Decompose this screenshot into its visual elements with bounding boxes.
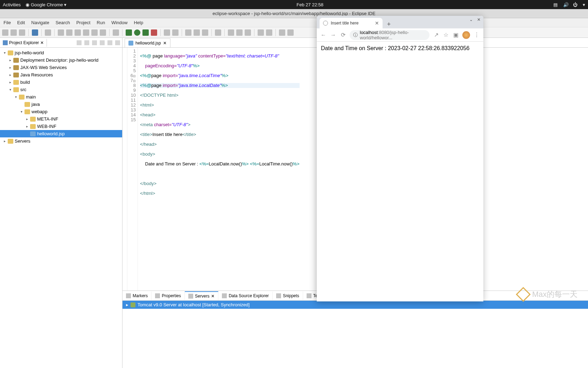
reload-button[interactable]: ⟳ — [340, 32, 346, 38]
redo-icon[interactable] — [287, 29, 294, 36]
browser-icon[interactable] — [172, 29, 178, 36]
tree-src[interactable]: ▾src — [0, 86, 122, 93]
chevron-down-icon[interactable]: ⌄ — [469, 17, 473, 22]
max-icon[interactable] — [115, 40, 120, 45]
close-icon[interactable]: ✕ — [375, 20, 379, 26]
tree-metainf[interactable]: ▸META-INF — [0, 115, 122, 123]
pause-icon[interactable] — [66, 29, 72, 36]
deploy-icon — [13, 58, 19, 63]
gnome-top-bar: Activities ◉ Google Chrome ▾ Feb 27 22:5… — [0, 0, 588, 9]
stepover-icon[interactable] — [91, 29, 98, 36]
runon-icon[interactable] — [151, 29, 157, 36]
tree-java[interactable]: java — [0, 101, 122, 108]
tree-webapp[interactable]: ▾webapp — [0, 108, 122, 115]
tree-webinf[interactable]: ▸WEB-INF — [0, 123, 122, 130]
tree-helloworld-jsp[interactable]: helloworld.jsp — [0, 130, 122, 137]
menu-file[interactable]: File — [4, 20, 11, 25]
chrome-tab[interactable]: Insert title here ✕ — [320, 18, 383, 28]
activities-button[interactable]: Activities — [3, 2, 21, 7]
menu-edit[interactable]: Edit — [17, 20, 25, 25]
tree-deploy-desc[interactable]: ▸Deployment Descriptor: jsp-hello-world — [0, 56, 122, 64]
coverage-icon[interactable] — [142, 29, 149, 36]
misc2-icon[interactable] — [245, 29, 251, 36]
bookmark-icon[interactable]: ☆ — [443, 32, 449, 38]
close-icon[interactable]: ✕ — [211, 294, 215, 299]
build-icon[interactable] — [113, 29, 119, 36]
server-row-tomcat[interactable]: ▸ Tomcat v9.0 Server at localhost [Start… — [122, 301, 588, 309]
forward-button[interactable]: → — [330, 32, 336, 38]
project-explorer-tab[interactable]: Project Explorer ✕ — [0, 39, 47, 47]
jaxws-icon — [13, 65, 19, 70]
tree-servers[interactable]: ▸Servers — [0, 137, 122, 145]
globe-icon[interactable] — [215, 29, 221, 36]
tree-main[interactable]: ▾main — [0, 93, 122, 101]
clock[interactable]: Feb 27 22:58 — [66, 2, 553, 7]
tree-java-resources[interactable]: ▸Java Resources — [0, 71, 122, 79]
share-icon[interactable]: ↗ — [433, 32, 439, 38]
newpkg-icon[interactable] — [185, 29, 191, 36]
url-bar[interactable]: ⓘ localhost:8080/jsp-hello-world/hellowo… — [350, 30, 429, 40]
link-icon[interactable] — [84, 40, 89, 45]
newclass-icon[interactable] — [194, 29, 200, 36]
stepout-icon[interactable] — [100, 29, 106, 36]
code-content[interactable]: <%@ page language="java" contentType="te… — [138, 48, 302, 291]
misc1-icon[interactable] — [236, 29, 243, 36]
undo-icon[interactable] — [279, 29, 285, 36]
markers-icon — [126, 293, 131, 298]
menu-window[interactable]: Window — [111, 20, 127, 25]
network-icon[interactable]: ▤ — [553, 2, 558, 7]
close-icon[interactable]: ✕ — [163, 41, 167, 46]
volume-icon[interactable]: 🔊 — [563, 2, 568, 7]
power-icon[interactable]: ⏻ — [573, 2, 578, 7]
collapse-icon[interactable] — [77, 40, 82, 45]
menu-icon[interactable]: ⋮ — [474, 32, 480, 38]
project-tree[interactable]: ▾jsp-hello-world ▸Deployment Descriptor:… — [0, 48, 122, 368]
wand-icon[interactable] — [202, 29, 208, 36]
toggle-icon[interactable] — [32, 29, 38, 36]
saveall-icon[interactable] — [19, 29, 25, 36]
tab-datasource[interactable]: Data Source Explorer — [218, 292, 273, 300]
debug-run-icon[interactable] — [126, 29, 132, 36]
save-icon[interactable] — [10, 29, 17, 36]
refresh-icon[interactable] — [228, 29, 234, 36]
resume-icon[interactable] — [58, 29, 64, 36]
step-icon[interactable] — [83, 29, 89, 36]
new-icon[interactable] — [2, 29, 8, 36]
menu-search[interactable]: Search — [56, 20, 70, 25]
profile-avatar[interactable] — [462, 31, 470, 39]
close-icon[interactable]: ✕ — [40, 40, 44, 45]
run-icon[interactable] — [134, 29, 140, 36]
fwd-icon[interactable] — [266, 29, 272, 36]
menu-project[interactable]: Project — [76, 20, 90, 25]
viewmenu-icon[interactable] — [100, 40, 105, 45]
menu-navigate[interactable]: Navigate — [31, 20, 49, 25]
new-tab-button[interactable]: + — [385, 20, 393, 28]
tree-build[interactable]: ▸build — [0, 79, 122, 86]
tab-snippets[interactable]: Snippets — [273, 292, 303, 300]
tab-servers[interactable]: Servers ✕ — [185, 291, 218, 300]
editor-tab-helloworld[interactable]: helloworld.jsp ✕ — [125, 39, 170, 47]
terminal-icon — [307, 293, 312, 298]
chevron-right-icon: ▸ — [126, 302, 128, 307]
tab-properties[interactable]: Properties — [152, 292, 185, 300]
debug-skip-icon[interactable] — [45, 29, 51, 36]
filter-icon[interactable] — [92, 40, 97, 45]
menu-help[interactable]: Help — [134, 20, 143, 25]
sidepanel-icon[interactable]: ▣ — [453, 32, 459, 38]
info-icon[interactable]: ⓘ — [353, 32, 358, 38]
window-close-icon[interactable]: ✕ — [477, 17, 481, 22]
folder-icon — [30, 124, 36, 129]
app-menu[interactable]: ◉ Google Chrome ▾ — [26, 2, 66, 7]
tree-jaxws[interactable]: ▸JAX-WS Web Services — [0, 64, 122, 71]
menu-run[interactable]: Run — [97, 20, 105, 25]
min-icon[interactable] — [107, 40, 112, 45]
project-icon — [8, 50, 13, 55]
back-button[interactable]: ← — [320, 32, 327, 38]
back-icon[interactable] — [258, 29, 264, 36]
system-menu-arrow[interactable]: ▾ — [583, 2, 585, 7]
tree-project[interactable]: ▾jsp-hello-world — [0, 49, 122, 56]
folder-icon — [8, 139, 13, 144]
stop-icon[interactable] — [75, 29, 81, 36]
newserver-icon[interactable] — [164, 29, 170, 36]
tab-markers[interactable]: Markers — [122, 292, 152, 300]
